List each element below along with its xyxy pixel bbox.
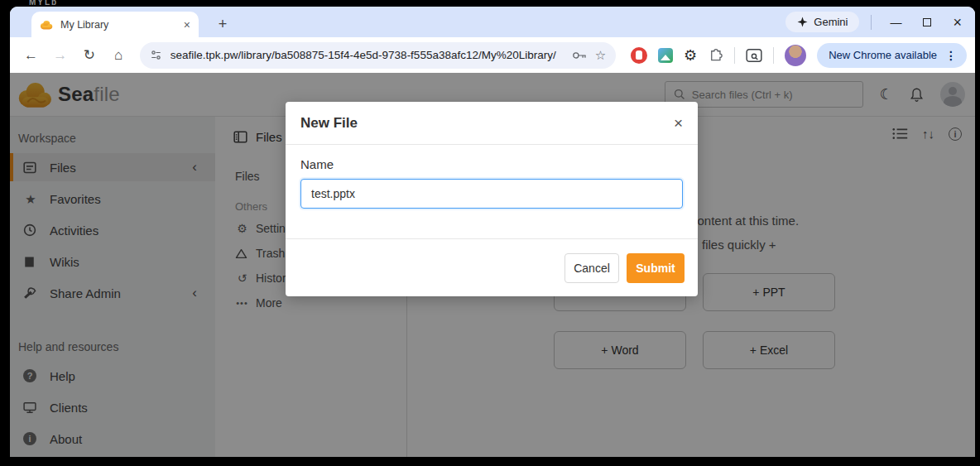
browser-window: My Library × + Gemini — × — [10, 7, 975, 457]
submit-button[interactable]: Submit — [627, 253, 685, 283]
adblock-extension-icon[interactable] — [631, 47, 647, 64]
new-file-dialog: New File × Name Cancel Submit — [286, 102, 698, 296]
browser-toolbar: ← → ↻ ⌂ seafile.tpk.pw/library/ba508875-… — [10, 37, 975, 73]
browser-tab[interactable]: My Library × — [31, 12, 199, 37]
cancel-button[interactable]: Cancel — [564, 253, 619, 283]
url-text[interactable]: seafile.tpk.pw/library/ba508875-15f4-4e5… — [171, 49, 564, 61]
window-close-button[interactable]: × — [953, 15, 962, 30]
tab-title: My Library — [60, 19, 176, 31]
extensions-puzzle-icon[interactable] — [708, 47, 723, 63]
gemini-button[interactable]: Gemini — [785, 12, 859, 32]
reload-button[interactable]: ↻ — [76, 42, 102, 69]
divider — [734, 47, 735, 64]
gemini-label: Gemini — [814, 16, 848, 28]
tab-strip: My Library × + Gemini — × — [10, 7, 975, 37]
divider — [773, 47, 774, 64]
divider — [871, 15, 872, 30]
window-maximize-button[interactable] — [923, 18, 931, 26]
address-bar[interactable]: seafile.tpk.pw/library/ba508875-15f4-4e5… — [140, 42, 616, 69]
dialog-close-icon[interactable]: × — [674, 115, 683, 131]
tab-close-icon[interactable]: × — [184, 19, 190, 31]
back-button[interactable]: ← — [18, 42, 44, 69]
bookmark-star-icon[interactable]: ☆ — [595, 49, 606, 61]
background-window-artifact: MYLb — [29, 0, 58, 7]
forward-button: → — [47, 42, 73, 69]
seafile-page: Seafile ☾ — [10, 73, 975, 457]
screen: MYLb My Library × + — [0, 0, 980, 466]
seafile-favicon-icon — [40, 20, 53, 30]
gemini-spark-icon — [797, 17, 808, 27]
home-button[interactable]: ⌂ — [106, 42, 132, 69]
side-panel-search-icon[interactable] — [746, 48, 762, 63]
new-chrome-label: New Chrome available — [829, 49, 937, 61]
new-chrome-available-button[interactable]: New Chrome available ⋮ — [817, 43, 967, 68]
name-label: Name — [300, 157, 683, 171]
site-settings-icon — [150, 49, 162, 61]
password-key-icon — [572, 50, 587, 60]
gear-extension-icon[interactable]: ⚙ — [684, 48, 697, 63]
browser-menu-icon[interactable]: ⋮ — [945, 49, 957, 62]
file-name-input[interactable] — [300, 179, 683, 209]
image-extension-icon[interactable] — [658, 48, 673, 63]
window-minimize-button[interactable]: — — [890, 17, 901, 28]
profile-avatar[interactable] — [785, 45, 806, 66]
new-tab-button[interactable]: + — [212, 13, 233, 35]
dialog-title: New File — [300, 115, 358, 132]
